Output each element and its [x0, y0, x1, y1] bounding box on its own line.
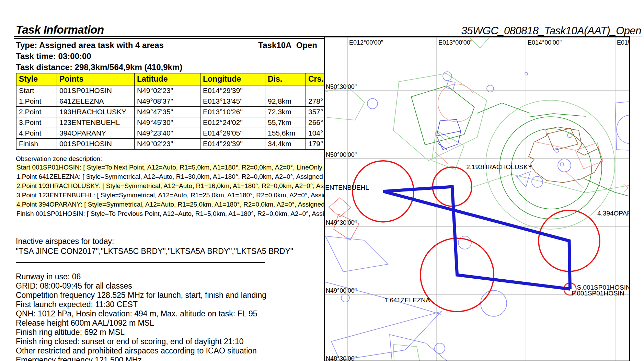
waypoint-label: 2.193HRACHOLUSKY: [466, 163, 532, 171]
waypoint-label: 1.641ZELEZNA: [384, 296, 430, 304]
map-right-margin: [630, 36, 644, 361]
longitude-label: E013°00'00": [438, 39, 472, 46]
map-background: [324, 36, 630, 361]
latitude-label: N50°00'00": [326, 151, 357, 158]
longitude-label: E014°00'00": [528, 39, 562, 46]
latitude-label: N48°30'00": [326, 355, 357, 361]
waypoint-label: F.001SP01HOSIN: [572, 290, 624, 297]
task-map: E012°00'00"E013°00'00"E014°00'00"E015°0N…: [0, 0, 644, 361]
latitude-label: N49°30'00": [326, 219, 357, 226]
latitude-label: N50°30'00": [326, 83, 357, 90]
latitude-label: N49°00'00": [326, 287, 357, 294]
longitude-label: E012°00'00": [349, 39, 383, 46]
waypoint-label: ENTENBUEHL: [325, 184, 369, 191]
